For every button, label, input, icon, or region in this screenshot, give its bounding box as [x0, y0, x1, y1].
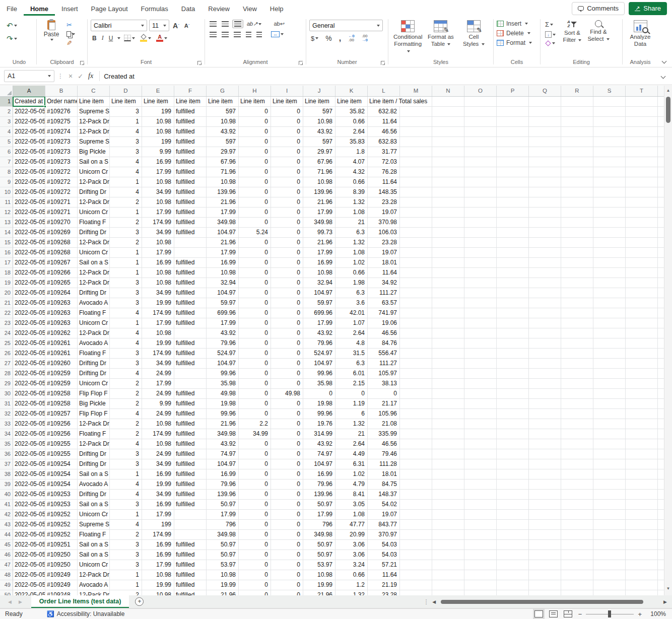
- cell[interactable]: [658, 590, 664, 595]
- cell[interactable]: 0: [271, 238, 303, 248]
- cell[interactable]: 1: [110, 469, 142, 479]
- cell[interactable]: [529, 500, 561, 510]
- cell[interactable]: [464, 459, 497, 469]
- cell[interactable]: [626, 530, 658, 540]
- cell[interactable]: 0: [271, 308, 303, 318]
- expand-formula-bar-icon[interactable]: [661, 74, 666, 79]
- cell[interactable]: [561, 197, 593, 208]
- cell[interactable]: 9.99: [142, 147, 174, 157]
- cell[interactable]: 1.08: [335, 208, 368, 218]
- row-header-32[interactable]: 32: [0, 409, 13, 419]
- cell[interactable]: [529, 117, 561, 127]
- cell[interactable]: 35.82: [335, 107, 368, 117]
- cell[interactable]: 10.98: [207, 177, 239, 187]
- cell[interactable]: [561, 107, 593, 117]
- cell[interactable]: 10.98: [142, 570, 174, 580]
- row-header-50[interactable]: 50: [0, 590, 13, 595]
- cell[interactable]: [561, 560, 593, 570]
- cell[interactable]: 0: [271, 167, 303, 177]
- cell[interactable]: 18.01: [368, 469, 400, 479]
- cell[interactable]: [529, 439, 561, 449]
- cell[interactable]: [529, 580, 561, 590]
- cell[interactable]: 0: [335, 389, 368, 399]
- cell[interactable]: [593, 419, 626, 429]
- cell[interactable]: 50.97: [303, 550, 335, 560]
- cell[interactable]: 632.83: [368, 137, 400, 147]
- cell[interactable]: 12-Pack Dr: [78, 278, 110, 288]
- cell[interactable]: [529, 359, 561, 369]
- delete-cells-button[interactable]: Delete: [497, 30, 530, 37]
- cell[interactable]: 2.64: [335, 328, 368, 338]
- cell[interactable]: 148.37: [368, 490, 400, 500]
- cell[interactable]: 0.66: [335, 177, 368, 187]
- tab-scrollbar-splitter[interactable]: ⋮: [420, 595, 432, 608]
- cell[interactable]: [593, 338, 626, 349]
- cell[interactable]: #109252: [45, 530, 78, 540]
- cell[interactable]: [464, 349, 497, 359]
- cell[interactable]: fulfilled: [174, 228, 207, 238]
- borders-button[interactable]: [122, 34, 137, 42]
- cell[interactable]: 19.07: [368, 208, 400, 218]
- cell[interactable]: [626, 197, 658, 208]
- cell[interactable]: [432, 389, 464, 399]
- row-header-48[interactable]: 48: [0, 570, 13, 580]
- cell[interactable]: 0: [239, 349, 271, 359]
- cell[interactable]: [174, 379, 207, 389]
- cell[interactable]: [529, 540, 561, 550]
- cell[interactable]: 199: [142, 107, 174, 117]
- cell[interactable]: 99.96: [303, 369, 335, 379]
- cell[interactable]: 2022-05-05: [13, 399, 45, 409]
- cell[interactable]: [400, 590, 432, 595]
- cell[interactable]: [626, 500, 658, 510]
- cell[interactable]: [497, 389, 529, 399]
- cell[interactable]: 74.97: [207, 449, 239, 459]
- cell[interactable]: fulfilled: [174, 338, 207, 349]
- cell[interactable]: [561, 208, 593, 218]
- cell[interactable]: [497, 469, 529, 479]
- cell[interactable]: [464, 117, 497, 127]
- cell[interactable]: 111.27: [368, 359, 400, 369]
- cell[interactable]: 29.97: [303, 147, 335, 157]
- cell[interactable]: 0: [239, 127, 271, 137]
- cell[interactable]: [561, 580, 593, 590]
- accessibility-status[interactable]: ♿ Accessibility: Unavailable: [30, 610, 125, 617]
- cell[interactable]: [626, 479, 658, 490]
- cell[interactable]: #109258: [45, 399, 78, 409]
- cell[interactable]: [593, 318, 626, 328]
- cell[interactable]: [432, 318, 464, 328]
- cell[interactable]: [400, 228, 432, 238]
- cell[interactable]: [626, 449, 658, 459]
- cell[interactable]: [593, 510, 626, 520]
- cell[interactable]: [593, 268, 626, 278]
- cell[interactable]: 1: [110, 268, 142, 278]
- cell[interactable]: Line item: [78, 97, 110, 107]
- cell[interactable]: [464, 449, 497, 459]
- cell[interactable]: fulfilled: [174, 258, 207, 268]
- font-dialog-launcher[interactable]: [197, 61, 201, 65]
- cell[interactable]: 2022-05-05: [13, 449, 45, 459]
- cell[interactable]: 79.46: [368, 449, 400, 459]
- cell[interactable]: [432, 157, 464, 167]
- column-header-l[interactable]: L: [368, 86, 400, 96]
- horizontal-scrollbar[interactable]: [439, 599, 660, 604]
- cell[interactable]: 32.94: [303, 278, 335, 288]
- cell[interactable]: 2022-05-05: [13, 228, 45, 238]
- row-header-11[interactable]: 11: [0, 197, 13, 208]
- cell[interactable]: fulfilled: [174, 479, 207, 490]
- cell[interactable]: 0: [239, 177, 271, 187]
- cell[interactable]: fulfilled: [174, 218, 207, 228]
- cell[interactable]: 16.99: [303, 469, 335, 479]
- cell[interactable]: 34.99: [142, 459, 174, 469]
- cell[interactable]: [561, 590, 593, 595]
- cell[interactable]: [529, 469, 561, 479]
- scroll-right-icon[interactable]: ▶: [663, 599, 667, 604]
- cell[interactable]: 5.24: [239, 228, 271, 238]
- cell[interactable]: 0: [239, 187, 271, 197]
- cell[interactable]: 1: [110, 258, 142, 268]
- cell[interactable]: 17.99: [142, 379, 174, 389]
- cell[interactable]: [400, 107, 432, 117]
- cell[interactable]: [174, 328, 207, 338]
- cell[interactable]: 3.06: [335, 550, 368, 560]
- cell[interactable]: [432, 187, 464, 197]
- cell[interactable]: [658, 429, 664, 439]
